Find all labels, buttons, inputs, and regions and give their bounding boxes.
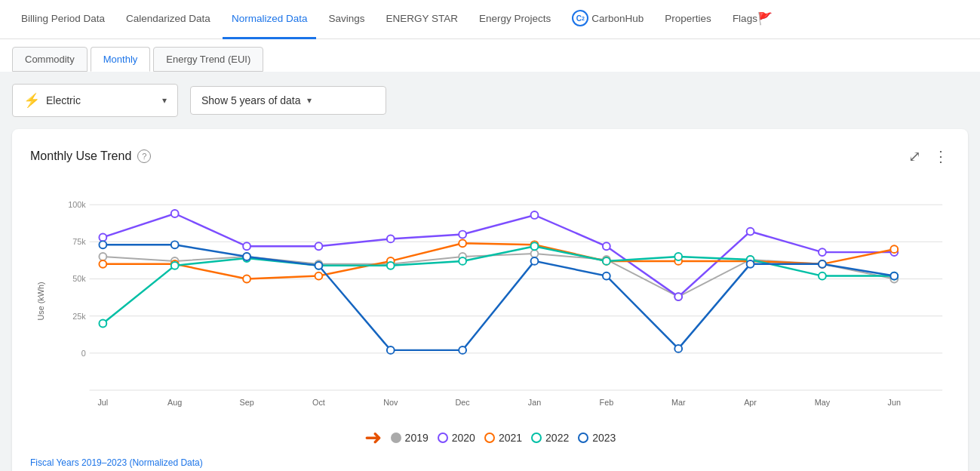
legend-2020: 2020 [438, 432, 475, 444]
help-icon[interactable]: ? [137, 149, 151, 163]
svg-point-64 [387, 262, 395, 269]
commodity-dropdown[interactable]: ⚡ Electric ▾ [12, 84, 178, 117]
nav-properties[interactable]: Properties [656, 0, 720, 39]
svg-point-72 [99, 241, 106, 248]
svg-point-38 [243, 242, 250, 250]
svg-point-60 [99, 320, 106, 328]
svg-point-83 [890, 272, 898, 280]
svg-point-77 [459, 346, 466, 354]
years-dropdown[interactable]: Show 5 years of data ▾ [190, 86, 386, 115]
svg-point-53 [459, 239, 466, 247]
svg-point-50 [243, 276, 250, 283]
orange-arrow-icon: ➜ [364, 427, 382, 448]
svg-point-44 [674, 293, 682, 300]
flag-icon: 🚩 [757, 11, 773, 26]
svg-text:May: May [815, 398, 831, 407]
svg-text:Feb: Feb [600, 398, 614, 407]
years-label: Show 5 years of data [201, 94, 301, 106]
commodity-label: Electric [46, 94, 156, 106]
svg-text:75k: 75k [72, 237, 86, 246]
svg-point-79 [603, 272, 610, 280]
tab-energy-trend-eui[interactable]: Energy Trend (EUI) [153, 47, 263, 72]
svg-point-43 [603, 242, 610, 250]
nav-flags[interactable]: Flags 🚩 [723, 0, 782, 39]
chart-header: Monthly Use Trend ? ⤢ ⋮ [30, 144, 950, 168]
svg-point-65 [459, 257, 466, 265]
svg-text:100k: 100k [68, 200, 86, 209]
chart-title: Monthly Use Trend ? [30, 149, 151, 163]
svg-point-61 [171, 262, 179, 269]
svg-point-67 [603, 257, 610, 265]
svg-text:Nov: Nov [383, 398, 398, 407]
nav-savings[interactable]: Savings [319, 0, 373, 39]
legend-label-2019: 2019 [405, 432, 429, 444]
svg-text:50k: 50k [72, 274, 86, 283]
nav-energy-star[interactable]: ENERGY STAR [376, 0, 467, 39]
svg-text:0: 0 [81, 349, 86, 358]
svg-point-36 [99, 234, 106, 242]
arrow-annotation: ➜ [364, 427, 382, 448]
svg-text:25k: 25k [72, 312, 86, 321]
legend-2022: 2022 [531, 432, 569, 444]
legend-label-2020: 2020 [452, 432, 475, 444]
svg-text:Mar: Mar [671, 398, 686, 407]
legend-2021: 2021 [484, 432, 522, 444]
svg-point-30 [531, 250, 539, 257]
legend-label-2021: 2021 [499, 432, 522, 444]
svg-text:Jan: Jan [528, 398, 541, 407]
chart-actions: ⤢ ⋮ [905, 144, 950, 168]
nav-billing-period-data[interactable]: Billing Period Data [12, 0, 114, 39]
svg-point-48 [99, 260, 106, 268]
svg-point-41 [459, 231, 466, 239]
chart-footer: Fiscal Years 2019–2023 (Normalized Data) [30, 457, 950, 468]
legend-2023: 2023 [578, 432, 616, 444]
chart-card: Monthly Use Trend ? ⤢ ⋮ Use (kWh) 100k 7… [12, 129, 968, 471]
svg-text:Apr: Apr [744, 398, 757, 407]
svg-point-24 [99, 253, 106, 260]
svg-point-51 [315, 272, 322, 280]
nav-carbonhub[interactable]: C2 CarbonHub [563, 0, 653, 39]
svg-text:Oct: Oct [312, 398, 325, 407]
svg-text:Sep: Sep [239, 398, 253, 407]
nav-calendarized-data[interactable]: Calendarized Data [117, 0, 220, 39]
svg-point-40 [387, 236, 395, 243]
more-options-icon[interactable]: ⋮ [930, 144, 950, 168]
legend-label-2022: 2022 [545, 432, 569, 444]
chart-container: Use (kWh) 100k 75k 50k 25k 0 Jul Aug Sep… [30, 180, 950, 424]
svg-point-46 [819, 248, 826, 256]
svg-text:Dec: Dec [456, 398, 471, 407]
years-dropdown-arrow: ▾ [307, 95, 312, 106]
svg-point-75 [315, 262, 322, 269]
svg-point-45 [747, 228, 754, 236]
svg-text:Jul: Jul [97, 398, 108, 407]
svg-point-42 [531, 211, 539, 219]
controls-row: ⚡ Electric ▾ Show 5 years of data ▾ [0, 72, 980, 129]
bolt-icon: ⚡ [23, 92, 40, 109]
carbonhub-icon: C2 [572, 10, 588, 26]
sub-nav-tabs: Commodity Monthly Energy Trend (EUI) [0, 39, 980, 72]
svg-point-80 [674, 345, 682, 352]
svg-point-76 [387, 346, 395, 354]
expand-icon[interactable]: ⤢ [905, 144, 924, 168]
svg-text:Jun: Jun [888, 398, 901, 407]
tab-monthly[interactable]: Monthly [91, 47, 151, 72]
svg-point-70 [819, 272, 826, 280]
svg-point-66 [531, 242, 539, 250]
svg-point-73 [171, 241, 179, 248]
svg-point-37 [171, 210, 179, 217]
top-nav: Billing Period Data Calendarized Data No… [0, 0, 980, 39]
svg-point-59 [890, 245, 898, 253]
nav-energy-projects[interactable]: Energy Projects [470, 0, 560, 39]
commodity-dropdown-arrow: ▾ [162, 95, 167, 106]
svg-text:Aug: Aug [167, 398, 182, 407]
legend-2019: 2019 [391, 432, 429, 444]
svg-point-82 [819, 260, 826, 268]
svg-point-68 [674, 253, 682, 260]
svg-text:Use (kWh): Use (kWh) [36, 282, 45, 321]
svg-point-39 [315, 242, 322, 250]
legend-label-2023: 2023 [592, 432, 616, 444]
nav-normalized-data[interactable]: Normalized Data [223, 0, 317, 39]
svg-point-78 [531, 257, 539, 265]
svg-point-74 [243, 253, 250, 260]
tab-commodity[interactable]: Commodity [12, 47, 88, 72]
